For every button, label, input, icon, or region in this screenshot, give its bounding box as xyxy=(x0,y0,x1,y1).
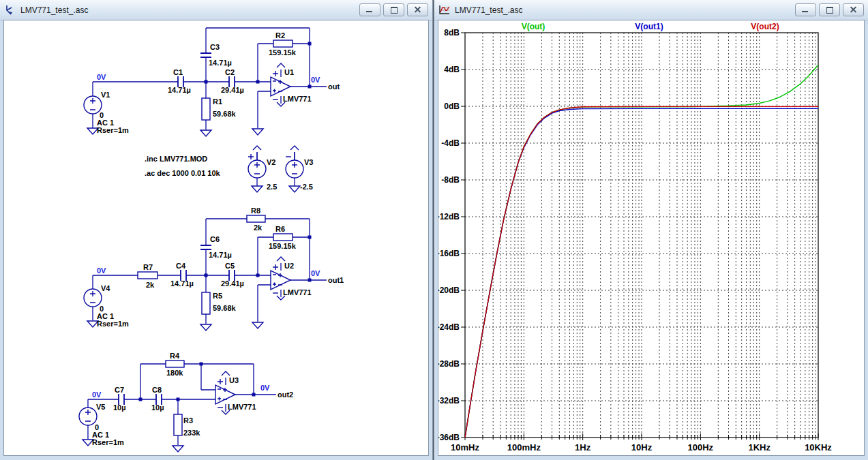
directive-ac[interactable]: .ac dec 1000 0.01 10k xyxy=(145,169,221,177)
resistor-R1[interactable] xyxy=(202,98,210,120)
ground-icon xyxy=(252,186,263,192)
voltage-source-V2[interactable] xyxy=(248,160,266,178)
waveform-titlebar[interactable]: LMV771_test_.asc xyxy=(434,0,868,20)
svg-text:R5: R5 xyxy=(213,292,222,300)
svg-text:C7: C7 xyxy=(115,386,124,394)
svg-text:C3: C3 xyxy=(210,43,220,51)
svg-text:LMV771: LMV771 xyxy=(283,288,312,296)
svg-text:R7: R7 xyxy=(143,263,153,271)
minimize-icon xyxy=(366,11,372,12)
svg-text:1Hz: 1Hz xyxy=(575,442,591,453)
svg-text:-20dB: -20dB xyxy=(438,286,460,295)
rail-sources[interactable]: V2 2.5 V3 -2.5 xyxy=(248,146,313,192)
svg-text:LMV771: LMV771 xyxy=(283,95,312,103)
circuit1[interactable]: 0V V1 0 AC 1 Rser=1m C1 14.71µ C2 29.41µ… xyxy=(84,28,340,136)
legend-vout1[interactable]: V(out1) xyxy=(635,22,663,31)
resistor-R7[interactable] xyxy=(138,272,158,279)
svg-text:R4: R4 xyxy=(170,352,180,360)
svg-text:-36dB: -36dB xyxy=(438,433,460,442)
svg-text:159.15k: 159.15k xyxy=(269,242,297,250)
svg-text:-4dB: -4dB xyxy=(441,138,460,148)
ground-icon xyxy=(173,446,183,452)
capacitor-C3[interactable] xyxy=(200,53,211,57)
svg-text:14.71µ: 14.71µ xyxy=(209,59,232,67)
schematic-canvas[interactable]: 0V V1 0 AC 1 Rser=1m C1 14.71µ C2 29.41µ… xyxy=(3,20,429,456)
bode-plot[interactable]: 8dB4dB0dB-4dB-8dB-12dB-16dB-20dB-24dB-28… xyxy=(438,20,863,455)
plot-area[interactable]: V(out) V(out1) V(out2) 8dB4dB0dB-4dB-8dB… xyxy=(438,20,865,456)
svg-text:1KHz: 1KHz xyxy=(748,442,770,453)
svg-text:Rser=1m: Rser=1m xyxy=(92,438,124,446)
svg-text:R6: R6 xyxy=(275,225,285,233)
node-label: 0V xyxy=(97,73,106,81)
ground-icon xyxy=(252,322,263,328)
svg-text:-16dB: -16dB xyxy=(438,249,460,258)
net-label-out1[interactable]: out1 xyxy=(328,276,344,284)
svg-text:-8dB: -8dB xyxy=(441,175,460,185)
svg-text:LMV771: LMV771 xyxy=(228,403,256,411)
resistor-R4[interactable] xyxy=(166,361,184,367)
svg-text:10mHz: 10mHz xyxy=(451,442,479,453)
svg-text:100mHz: 100mHz xyxy=(507,442,541,453)
svg-text:180k: 180k xyxy=(166,369,183,377)
restore-icon xyxy=(391,7,398,14)
ltspice-schematic-icon xyxy=(4,5,16,16)
svg-text:2k: 2k xyxy=(146,281,155,289)
ground-icon xyxy=(289,186,300,192)
svg-text:V4: V4 xyxy=(101,284,110,292)
svg-text:R2: R2 xyxy=(275,31,285,40)
svg-text:10Hz: 10Hz xyxy=(631,442,653,453)
svg-text:-24dB: -24dB xyxy=(438,322,460,332)
svg-text:U2: U2 xyxy=(284,262,294,270)
schematic-window: LMV771_test_.asc xyxy=(0,0,432,460)
svg-text:C2: C2 xyxy=(225,68,235,76)
svg-text:C8: C8 xyxy=(152,386,162,394)
voltage-source-V3[interactable] xyxy=(286,160,303,178)
svg-text:14.71µ: 14.71µ xyxy=(209,251,232,259)
svg-text:2k: 2k xyxy=(254,224,263,232)
svg-text:14.71µ: 14.71µ xyxy=(170,279,194,288)
svg-text:-12dB: -12dB xyxy=(438,212,460,221)
svg-text:29.41µ: 29.41µ xyxy=(221,279,244,288)
net-label-out[interactable]: out xyxy=(328,82,340,91)
close-button[interactable] xyxy=(407,3,428,16)
svg-text:R1: R1 xyxy=(213,97,222,106)
svg-text:14.71µ: 14.71µ xyxy=(168,86,191,94)
minimize-button[interactable] xyxy=(795,3,816,16)
node-label: 0V xyxy=(311,269,320,277)
svg-text:V2: V2 xyxy=(267,158,275,166)
net-label-out2[interactable]: out2 xyxy=(278,390,293,399)
vplus-flag-icon xyxy=(253,146,261,160)
svg-text:-2.5: -2.5 xyxy=(300,183,313,191)
svg-text:Rser=1m: Rser=1m xyxy=(97,126,129,134)
svg-text:159.15k: 159.15k xyxy=(269,48,297,57)
circuit3[interactable]: 0V V5 0 AC 1 Rser=1m C7 10µ C8 10µ R4 18… xyxy=(79,352,293,452)
plot-legend: V(out) V(out1) V(out2) xyxy=(438,22,864,33)
restore-icon xyxy=(826,7,833,14)
capacitor-C6[interactable] xyxy=(200,245,211,249)
node-label: 0V xyxy=(260,384,270,392)
restore-button[interactable] xyxy=(819,3,840,16)
ground-icon xyxy=(200,130,211,136)
spice-directives[interactable]: .inc LMV771.MOD .ac dec 1000 0.01 10k xyxy=(145,155,221,177)
resistor-R2[interactable] xyxy=(273,40,293,47)
minimize-button[interactable] xyxy=(359,3,380,16)
resistor-R5[interactable] xyxy=(202,292,210,314)
svg-text:-28dB: -28dB xyxy=(438,359,460,369)
svg-text:C1: C1 xyxy=(173,68,183,76)
ground-icon xyxy=(200,324,211,331)
svg-text:10µ: 10µ xyxy=(113,403,126,412)
resistor-R8[interactable] xyxy=(247,215,265,222)
resistor-R6[interactable] xyxy=(273,234,293,241)
restore-button[interactable] xyxy=(383,3,404,16)
svg-text:C4: C4 xyxy=(176,262,186,270)
close-button[interactable] xyxy=(843,3,864,16)
svg-text:U1: U1 xyxy=(284,68,294,76)
node-label: 0V xyxy=(311,76,320,84)
circuit2[interactable]: 0V V4 0 AC 1 Rser=1m R7 2k C4 14.71µ C5 … xyxy=(84,206,344,331)
schematic-titlebar[interactable]: LMV771_test_.asc xyxy=(0,0,432,20)
legend-vout[interactable]: V(out) xyxy=(522,22,545,31)
svg-text:4dB: 4dB xyxy=(444,65,460,74)
resistor-R3[interactable] xyxy=(174,414,182,435)
directive-include[interactable]: .inc LMV771.MOD xyxy=(145,155,207,163)
legend-vout2[interactable]: V(out2) xyxy=(751,22,779,31)
